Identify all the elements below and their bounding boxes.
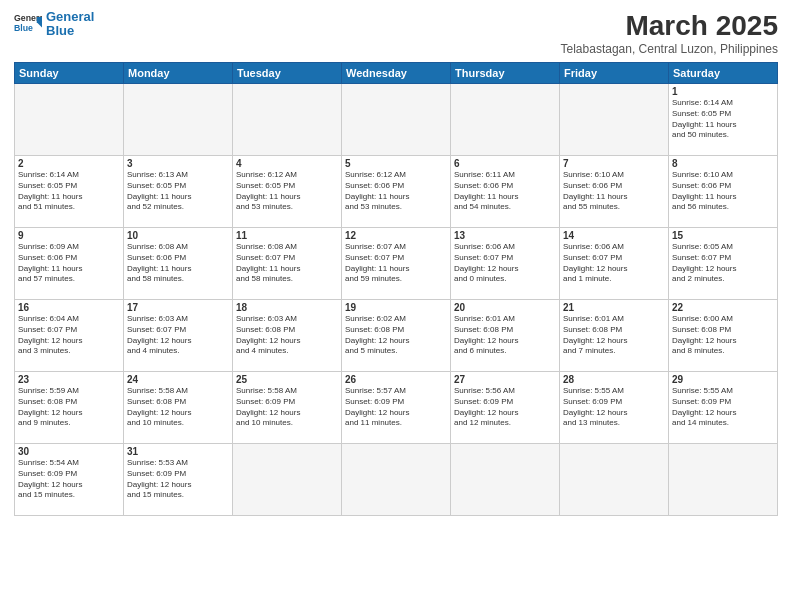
- svg-text:Blue: Blue: [14, 23, 33, 33]
- calendar-cell: 30Sunrise: 5:54 AM Sunset: 6:09 PM Dayli…: [15, 444, 124, 516]
- day-number: 24: [127, 374, 229, 385]
- day-info: Sunrise: 6:06 AM Sunset: 6:07 PM Dayligh…: [454, 242, 556, 285]
- calendar-cell: [669, 444, 778, 516]
- header-row: SundayMondayTuesdayWednesdayThursdayFrid…: [15, 63, 778, 84]
- day-header-wednesday: Wednesday: [342, 63, 451, 84]
- day-info: Sunrise: 5:57 AM Sunset: 6:09 PM Dayligh…: [345, 386, 447, 429]
- calendar-cell: 20Sunrise: 6:01 AM Sunset: 6:08 PM Dayli…: [451, 300, 560, 372]
- day-info: Sunrise: 6:02 AM Sunset: 6:08 PM Dayligh…: [345, 314, 447, 357]
- calendar-cell: [342, 444, 451, 516]
- calendar-cell: [560, 444, 669, 516]
- calendar-cell: [15, 84, 124, 156]
- calendar-cell: 19Sunrise: 6:02 AM Sunset: 6:08 PM Dayli…: [342, 300, 451, 372]
- day-info: Sunrise: 6:05 AM Sunset: 6:07 PM Dayligh…: [672, 242, 774, 285]
- day-info: Sunrise: 6:07 AM Sunset: 6:07 PM Dayligh…: [345, 242, 447, 285]
- calendar-cell: 27Sunrise: 5:56 AM Sunset: 6:09 PM Dayli…: [451, 372, 560, 444]
- calendar-cell: 28Sunrise: 5:55 AM Sunset: 6:09 PM Dayli…: [560, 372, 669, 444]
- day-header-monday: Monday: [124, 63, 233, 84]
- svg-marker-2: [37, 17, 42, 28]
- day-number: 2: [18, 158, 120, 169]
- title-block: March 2025 Telabastagan, Central Luzon, …: [561, 10, 778, 56]
- calendar-cell: 14Sunrise: 6:06 AM Sunset: 6:07 PM Dayli…: [560, 228, 669, 300]
- day-number: 19: [345, 302, 447, 313]
- page: General Blue GeneralBlue March 2025 Tela…: [0, 0, 792, 612]
- day-info: Sunrise: 6:04 AM Sunset: 6:07 PM Dayligh…: [18, 314, 120, 357]
- day-number: 12: [345, 230, 447, 241]
- day-number: 8: [672, 158, 774, 169]
- calendar-cell: [233, 84, 342, 156]
- calendar-cell: [451, 84, 560, 156]
- day-number: 13: [454, 230, 556, 241]
- day-number: 14: [563, 230, 665, 241]
- week-row-4: 16Sunrise: 6:04 AM Sunset: 6:07 PM Dayli…: [15, 300, 778, 372]
- calendar-cell: 24Sunrise: 5:58 AM Sunset: 6:08 PM Dayli…: [124, 372, 233, 444]
- day-number: 15: [672, 230, 774, 241]
- day-number: 27: [454, 374, 556, 385]
- calendar-cell: 9Sunrise: 6:09 AM Sunset: 6:06 PM Daylig…: [15, 228, 124, 300]
- day-header-sunday: Sunday: [15, 63, 124, 84]
- day-number: 23: [18, 374, 120, 385]
- day-info: Sunrise: 5:59 AM Sunset: 6:08 PM Dayligh…: [18, 386, 120, 429]
- day-info: Sunrise: 6:12 AM Sunset: 6:06 PM Dayligh…: [345, 170, 447, 213]
- calendar-cell: 22Sunrise: 6:00 AM Sunset: 6:08 PM Dayli…: [669, 300, 778, 372]
- calendar-cell: 5Sunrise: 6:12 AM Sunset: 6:06 PM Daylig…: [342, 156, 451, 228]
- calendar-cell: [124, 84, 233, 156]
- day-info: Sunrise: 5:56 AM Sunset: 6:09 PM Dayligh…: [454, 386, 556, 429]
- week-row-5: 23Sunrise: 5:59 AM Sunset: 6:08 PM Dayli…: [15, 372, 778, 444]
- week-row-2: 2Sunrise: 6:14 AM Sunset: 6:05 PM Daylig…: [15, 156, 778, 228]
- logo-text: GeneralBlue: [46, 10, 94, 39]
- calendar-cell: 21Sunrise: 6:01 AM Sunset: 6:08 PM Dayli…: [560, 300, 669, 372]
- day-number: 7: [563, 158, 665, 169]
- day-info: Sunrise: 6:13 AM Sunset: 6:05 PM Dayligh…: [127, 170, 229, 213]
- calendar-cell: 29Sunrise: 5:55 AM Sunset: 6:09 PM Dayli…: [669, 372, 778, 444]
- calendar-cell: 16Sunrise: 6:04 AM Sunset: 6:07 PM Dayli…: [15, 300, 124, 372]
- day-number: 11: [236, 230, 338, 241]
- day-header-friday: Friday: [560, 63, 669, 84]
- day-number: 26: [345, 374, 447, 385]
- header: General Blue GeneralBlue March 2025 Tela…: [14, 10, 778, 56]
- day-info: Sunrise: 5:55 AM Sunset: 6:09 PM Dayligh…: [672, 386, 774, 429]
- day-number: 28: [563, 374, 665, 385]
- logo: General Blue GeneralBlue: [14, 10, 94, 39]
- calendar-cell: 31Sunrise: 5:53 AM Sunset: 6:09 PM Dayli…: [124, 444, 233, 516]
- calendar-cell: 4Sunrise: 6:12 AM Sunset: 6:05 PM Daylig…: [233, 156, 342, 228]
- day-number: 20: [454, 302, 556, 313]
- day-info: Sunrise: 6:10 AM Sunset: 6:06 PM Dayligh…: [672, 170, 774, 213]
- location: Telabastagan, Central Luzon, Philippines: [561, 42, 778, 56]
- day-info: Sunrise: 6:10 AM Sunset: 6:06 PM Dayligh…: [563, 170, 665, 213]
- calendar-cell: 13Sunrise: 6:06 AM Sunset: 6:07 PM Dayli…: [451, 228, 560, 300]
- day-info: Sunrise: 5:53 AM Sunset: 6:09 PM Dayligh…: [127, 458, 229, 501]
- calendar-cell: [560, 84, 669, 156]
- calendar-cell: 12Sunrise: 6:07 AM Sunset: 6:07 PM Dayli…: [342, 228, 451, 300]
- week-row-3: 9Sunrise: 6:09 AM Sunset: 6:06 PM Daylig…: [15, 228, 778, 300]
- day-info: Sunrise: 6:01 AM Sunset: 6:08 PM Dayligh…: [563, 314, 665, 357]
- day-number: 30: [18, 446, 120, 457]
- day-header-tuesday: Tuesday: [233, 63, 342, 84]
- calendar-cell: 8Sunrise: 6:10 AM Sunset: 6:06 PM Daylig…: [669, 156, 778, 228]
- calendar-cell: 26Sunrise: 5:57 AM Sunset: 6:09 PM Dayli…: [342, 372, 451, 444]
- generalblue-logo-icon: General Blue: [14, 10, 42, 38]
- day-number: 4: [236, 158, 338, 169]
- day-info: Sunrise: 6:06 AM Sunset: 6:07 PM Dayligh…: [563, 242, 665, 285]
- day-header-saturday: Saturday: [669, 63, 778, 84]
- calendar-cell: 15Sunrise: 6:05 AM Sunset: 6:07 PM Dayli…: [669, 228, 778, 300]
- day-info: Sunrise: 6:09 AM Sunset: 6:06 PM Dayligh…: [18, 242, 120, 285]
- day-info: Sunrise: 6:14 AM Sunset: 6:05 PM Dayligh…: [18, 170, 120, 213]
- calendar-cell: 11Sunrise: 6:08 AM Sunset: 6:07 PM Dayli…: [233, 228, 342, 300]
- day-number: 5: [345, 158, 447, 169]
- day-info: Sunrise: 5:58 AM Sunset: 6:09 PM Dayligh…: [236, 386, 338, 429]
- day-number: 17: [127, 302, 229, 313]
- calendar-cell: 23Sunrise: 5:59 AM Sunset: 6:08 PM Dayli…: [15, 372, 124, 444]
- day-info: Sunrise: 6:03 AM Sunset: 6:07 PM Dayligh…: [127, 314, 229, 357]
- calendar-cell: [342, 84, 451, 156]
- day-info: Sunrise: 6:14 AM Sunset: 6:05 PM Dayligh…: [672, 98, 774, 141]
- month-title: March 2025: [561, 10, 778, 42]
- calendar-cell: 17Sunrise: 6:03 AM Sunset: 6:07 PM Dayli…: [124, 300, 233, 372]
- day-number: 1: [672, 86, 774, 97]
- day-info: Sunrise: 6:11 AM Sunset: 6:06 PM Dayligh…: [454, 170, 556, 213]
- calendar-cell: 10Sunrise: 6:08 AM Sunset: 6:06 PM Dayli…: [124, 228, 233, 300]
- calendar-cell: 1Sunrise: 6:14 AM Sunset: 6:05 PM Daylig…: [669, 84, 778, 156]
- day-info: Sunrise: 5:54 AM Sunset: 6:09 PM Dayligh…: [18, 458, 120, 501]
- day-number: 9: [18, 230, 120, 241]
- calendar-table: SundayMondayTuesdayWednesdayThursdayFrid…: [14, 62, 778, 516]
